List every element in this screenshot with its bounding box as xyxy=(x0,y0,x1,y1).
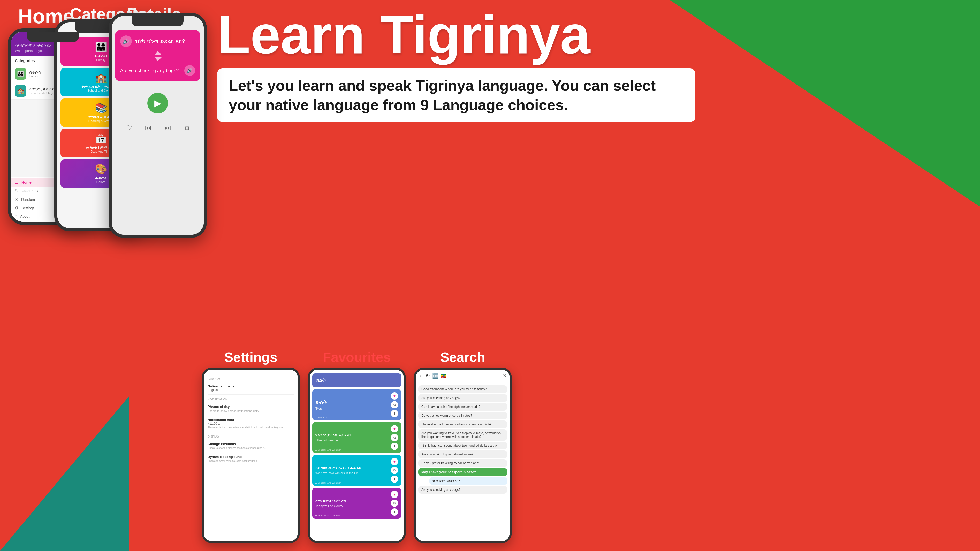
fav-hot-english: I like hot weather xyxy=(315,438,391,442)
phone-details-notch xyxy=(132,16,183,26)
fav-hot-share[interactable]: ⬆ xyxy=(391,443,398,450)
detail-arrows xyxy=(120,49,195,62)
settings-hour-desc: Please note that the system can shift ti… xyxy=(208,426,294,429)
search-phone-container: Search ← Ar 🔤 🇪🇹 ✕ Good afternoon! Where… xyxy=(414,349,512,543)
phone-favourites: ክልት ሁለት Two ♥ ⧉ ⬆ ☰ Numbers xyxy=(308,367,406,543)
fav-cloudy-text: ሎሚ ደበናዊ ኩነታት እዩ: Today will be cloudy. xyxy=(315,499,391,508)
search-close-btn[interactable]: ✕ xyxy=(503,373,507,379)
fav-cold-actions: ♥ ⧉ ⬆ xyxy=(391,458,398,483)
fav-item-cold[interactable]: አብ ዓባይ ብሪጣኒ ኩነታት ዝሑል እዩ... We have cold … xyxy=(312,455,401,486)
settings-display-header: Display xyxy=(208,435,294,438)
settings-notif-header: Notification xyxy=(208,398,294,401)
settings-nav-icon: ⚙ xyxy=(15,205,18,210)
bg-green-triangle xyxy=(670,0,980,207)
fav-header-tigrinya: ክልት xyxy=(316,377,326,383)
detail-main-card: 🔊 ዝኾነ ሻንጣ ይደልዩ እዩ? Are you checking any … xyxy=(115,30,200,81)
detail-english: Are you checking any bags? xyxy=(120,68,179,73)
fav-cold-label-area: ☰ Seasons And Weather xyxy=(315,480,341,484)
fav-cold-share[interactable]: ⬆ xyxy=(391,476,398,483)
detail-next-btn[interactable]: ⏭ xyxy=(165,124,172,132)
bg-teal-triangle xyxy=(0,396,129,551)
label-settings: Settings xyxy=(224,349,277,365)
detail-copy-btn[interactable]: ⧉ xyxy=(184,124,189,132)
fav-two-copy[interactable]: ⧉ xyxy=(391,401,398,408)
label-search: Search xyxy=(440,349,485,365)
settings-lang-header: Language xyxy=(208,377,294,380)
settings-phrase-desc: Enable to show phrase notifications dail… xyxy=(208,410,294,413)
settings-phrase-day[interactable]: Phrase of day Enable to show phrase noti… xyxy=(208,402,294,415)
settings-native-value: English xyxy=(208,388,294,392)
detail-card-bottom: Are you checking any bags? 🔊 xyxy=(120,65,195,76)
settings-native-lang[interactable]: Native Language English xyxy=(208,382,294,395)
fav-item-two[interactable]: ሁለት Two ♥ ⧉ ⬆ ☰ Numbers xyxy=(312,389,401,420)
fav-two-share[interactable]: ⬆ xyxy=(391,410,398,417)
home-family-text: ቤተሰብ Family xyxy=(29,70,41,78)
fav-cloudy-heart[interactable]: ♥ xyxy=(391,491,398,498)
detail-audio-btn-bottom[interactable]: 🔊 xyxy=(184,65,195,76)
fav-hot-label: ☰ Seasons And Weather xyxy=(315,449,341,451)
fav-two-actions: ♥ ⧉ ⬆ xyxy=(391,392,398,417)
learn-title: Learn Tigrinya xyxy=(217,8,695,62)
settings-notif-hour[interactable]: Notification hour ~11:00 am Please note … xyxy=(208,415,294,432)
fav-hot-copy[interactable]: ⧉ xyxy=(391,434,398,441)
msg-1: Good afternoon! Where are you flying to … xyxy=(418,385,507,393)
fav-item-cloudy[interactable]: ሎሚ ደበናዊ ኩነታት እዩ: Today will be cloudy. ♥… xyxy=(312,487,401,519)
fav-two-tigrinya: ሁለት xyxy=(315,399,391,406)
search-header: ← Ar 🔤 🇪🇹 ✕ xyxy=(416,370,510,382)
settings-hour-label: Notification hour xyxy=(208,418,294,422)
fav-cold-heart[interactable]: ♥ xyxy=(391,458,398,465)
cat-family-icon: 👨‍👩‍👧 xyxy=(95,41,107,53)
detail-audio-btn-top[interactable]: 🔊 xyxy=(120,35,132,47)
phone-details: 🔊 ዝኾነ ሻንጣ ይደልዩ እዩ? Are you checking any … xyxy=(108,13,207,238)
fav-cold-tigrinya: አብ ዓባይ ብሪጣኒ ኩነታት ዝሑል እዩ... xyxy=(315,466,391,470)
fav-item-hot[interactable]: ሃሩር ኩነታት ነሮ ይፈቱ እዩ I like hot weather ♥ … xyxy=(312,422,401,453)
fav-two-heart[interactable]: ♥ xyxy=(391,392,398,400)
search-flag-icon: 🇪🇹 xyxy=(441,373,447,379)
fav-cloudy-label: ☰ Seasons And Weather xyxy=(315,514,341,517)
favourites-phone-container: Favourites ክልት ሁለት Two ♥ ⧉ xyxy=(308,349,406,543)
home-family-sub: Family xyxy=(29,75,41,78)
msg-2: Are you checking any bags? xyxy=(418,394,507,402)
cat-colors-label: ሕብሮት xyxy=(95,176,107,180)
settings-dynamic-bg[interactable]: Dynamic background Enable to show dynami… xyxy=(208,452,294,465)
fav-cloudy-tigrinya: ሎሚ ደበናዊ ኩነታት እዩ: xyxy=(315,499,391,503)
fav-cloudy-share[interactable]: ⬆ xyxy=(391,508,398,516)
phone-home-notch xyxy=(27,32,79,42)
detail-tigrinya: ዝኾነ ሻንጣ ይደልዩ እዩ? xyxy=(135,38,195,45)
random-nav-icon: ✕ xyxy=(15,197,18,202)
home-nav-icon: ☰ xyxy=(15,180,18,185)
cat-date-icon: 📅 xyxy=(95,133,107,144)
small-phones-row: Settings Language Native Language Englis… xyxy=(202,349,512,543)
fav-two-label-area: ☰ Numbers xyxy=(315,414,327,419)
fav-cold-english: We have cold winters in the UK. xyxy=(315,472,391,475)
fav-cloudy-copy[interactable]: ⧉ xyxy=(391,500,398,507)
msg-7: I think that I can spend about two hundr… xyxy=(418,442,507,449)
msg-5: I have about a thousand dollars to spend… xyxy=(418,421,507,428)
fav-cloudy-english: Today will be cloudy. xyxy=(315,504,391,508)
nav-fav-label: Favourites xyxy=(21,189,38,193)
fav-cold-text: አብ ዓባይ ብሪጣኒ ኩነታት ዝሑል እዩ... We have cold … xyxy=(315,466,391,475)
fav-cloudy-label-area: ☰ Seasons And Weather xyxy=(315,513,341,518)
cat-colors-icon: 🎨 xyxy=(95,164,107,175)
detail-prev-btn[interactable]: ⏮ xyxy=(145,124,152,132)
settings-hour-value: ~11:00 am xyxy=(208,422,294,426)
nav-settings-label: Settings xyxy=(21,206,35,210)
detail-heart-btn[interactable]: ♡ xyxy=(126,124,132,132)
home-family-icon: 👨‍👩‍👧 xyxy=(15,68,26,79)
detail-play-btn[interactable]: ▶ xyxy=(147,93,168,113)
fav-hot-heart[interactable]: ♥ xyxy=(391,425,398,432)
fav-hot-tigrinya: ሃሩር ኩነታት ነሮ ይፈቱ እዩ xyxy=(315,433,391,437)
msg-12: Are you checking any bags? xyxy=(418,486,507,494)
search-back-btn[interactable]: ← xyxy=(419,373,423,379)
fav-cold-copy[interactable]: ⧉ xyxy=(391,467,398,474)
cat-family-label: ቤተሰብ xyxy=(95,54,107,59)
detail-card-top: 🔊 ዝኾነ ሻንጣ ይደልዩ እዩ? xyxy=(120,35,195,47)
search-lang-label: Ar xyxy=(425,373,430,378)
settings-positions[interactable]: Change Positions Check to change display… xyxy=(208,439,294,452)
nav-random-label: Random xyxy=(21,197,35,202)
learn-desc-box: Let's you learn and speak Tigrinya langu… xyxy=(217,68,695,122)
settings-positions-label: Change Positions xyxy=(208,442,294,446)
phone-settings: Language Native Language English Notific… xyxy=(202,367,300,543)
about-nav-icon: ? xyxy=(15,214,17,219)
settings-phone-container: Settings Language Native Language Englis… xyxy=(202,349,300,543)
